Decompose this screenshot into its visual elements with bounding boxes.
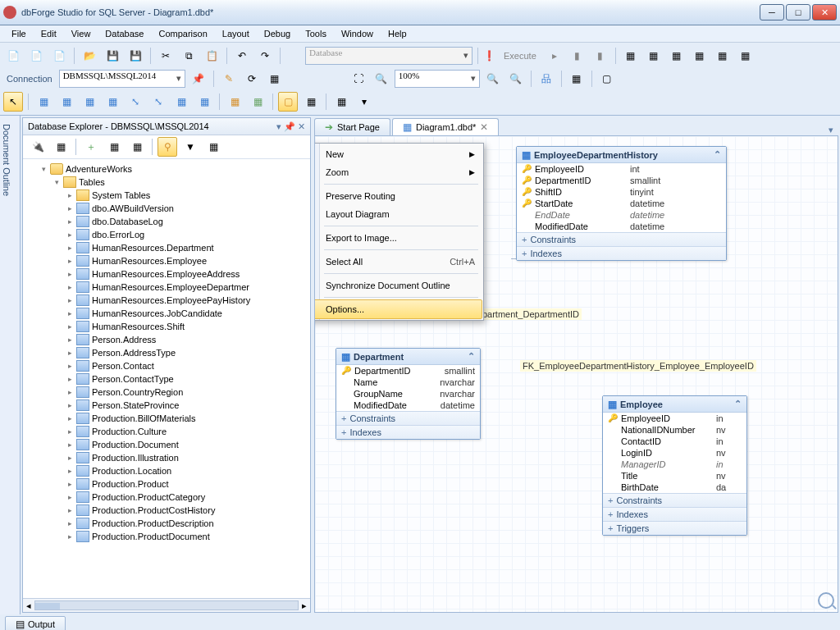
exp-d[interactable]: ▦ [203, 137, 223, 157]
debug-play-button[interactable]: ▸ [545, 46, 564, 66]
new-something-button[interactable]: 📄 [49, 46, 69, 66]
column-row[interactable]: 🔑EmployeeIDin [603, 413, 746, 424]
zoom-out-button[interactable]: 🔍 [506, 69, 526, 89]
diagram-canvas[interactable]: FK_EmployeeDepartmentHistory_Department_… [314, 135, 838, 613]
tree-table[interactable]: ▸HumanResources.Employee [23, 254, 310, 267]
entity-section[interactable]: +Indexes [336, 425, 480, 439]
ctx-sync-outline[interactable]: Synchronize Document Outline [314, 276, 482, 294]
collapse-icon[interactable]: ⌃ [714, 149, 721, 160]
explorer-dropdown-icon[interactable]: ▾ [276, 121, 281, 132]
conn-edit-button[interactable]: ✎ [219, 69, 239, 89]
column-row[interactable]: Titlenv [603, 470, 746, 482]
tree-table[interactable]: ▸dbo.DatabaseLog [23, 215, 310, 228]
tab-close-icon[interactable]: ✕ [480, 122, 488, 132]
tb-btn-f[interactable]: ▦ [690, 46, 710, 66]
column-row[interactable]: BirthDateda [603, 482, 746, 493]
tool-f[interactable]: ▦ [194, 92, 214, 112]
column-row[interactable]: ManagerIDin [603, 459, 746, 470]
zoom-fit-button[interactable]: ⛶ [349, 69, 368, 89]
paste-button[interactable]: 📋 [202, 46, 221, 66]
collapse-icon[interactable]: ⌃ [468, 351, 475, 362]
ctx-export-image[interactable]: Export to Image... [314, 229, 482, 247]
tree-table[interactable]: ▸Production.BillOfMaterials [23, 412, 310, 425]
tree-table[interactable]: ▸Production.ProductDocument [23, 530, 310, 543]
column-row[interactable]: 🔑DepartmentIDsmallint [517, 175, 726, 186]
tree-table[interactable]: ▸dbo.AWBuildVersion [23, 202, 310, 215]
tool-i[interactable]: ▾ [354, 92, 374, 112]
column-row[interactable]: 🔑StartDatedatetime [517, 198, 726, 209]
menu-file[interactable]: File [5, 27, 33, 40]
menu-database[interactable]: Database [98, 27, 150, 40]
tool-g[interactable]: ▦ [301, 92, 321, 112]
minimize-button[interactable]: ─ [760, 4, 784, 21]
entity-section[interactable]: +Triggers [603, 521, 746, 535]
tb-btn-g[interactable]: ▦ [713, 46, 733, 66]
tabs-overflow-icon[interactable]: ▾ [824, 125, 838, 135]
tree-table[interactable]: ▸Production.Culture [23, 425, 310, 438]
tab-start-page[interactable]: ➔ Start Page [314, 118, 390, 135]
tool-image[interactable]: ▦ [248, 92, 267, 112]
tb-btn-c[interactable]: ▦ [621, 46, 641, 66]
tb-btn-e[interactable]: ▦ [667, 46, 687, 66]
cut-button[interactable]: ✂ [156, 46, 176, 66]
tree-database[interactable]: ▾AdventureWorks [23, 162, 310, 176]
conn-remove-button[interactable]: ▦ [265, 69, 285, 89]
menu-window[interactable]: Window [335, 27, 380, 40]
explorer-scrollbar[interactable]: ◂▸ [23, 598, 310, 612]
tree-table[interactable]: ▸Person.CountryRegion [23, 386, 310, 399]
exp-new-button[interactable]: ▦ [51, 137, 71, 157]
tree-table[interactable]: ▸HumanResources.Department [23, 241, 310, 254]
close-button[interactable]: ✕ [812, 4, 837, 21]
column-row[interactable]: ModifiedDatedatetime [336, 399, 480, 411]
zoom-in-button[interactable]: 🔍 [483, 69, 503, 89]
redo-button[interactable]: ↷ [255, 46, 275, 66]
copy-button[interactable]: ⧉ [179, 46, 199, 66]
explorer-close-icon[interactable]: ✕ [298, 121, 305, 132]
menu-edit[interactable]: Edit [34, 27, 63, 40]
tool-d[interactable]: ⤡ [148, 92, 168, 112]
tool-new-table[interactable]: ▦ [34, 92, 53, 112]
tool-relation[interactable]: ⤡ [126, 92, 145, 112]
menu-comparison[interactable]: Comparison [152, 27, 213, 40]
entity-section[interactable]: +Indexes [517, 246, 726, 260]
connection-selector[interactable]: DBMSSQL\MSSQL2014 [59, 70, 185, 88]
maximize-button[interactable]: □ [786, 4, 810, 21]
column-row[interactable]: ModifiedDatedatetime [517, 221, 726, 232]
tool-c[interactable]: ▦ [103, 92, 122, 112]
tree-table[interactable]: ▸HumanResources.Shift [23, 320, 310, 333]
menu-debug[interactable]: Debug [258, 27, 297, 40]
column-row[interactable]: EndDatedatetime [517, 209, 726, 221]
tb-btn-a[interactable]: ▮ [568, 46, 587, 66]
tree-table[interactable]: ▸Production.Document [23, 438, 310, 451]
menu-help[interactable]: Help [381, 27, 413, 40]
tree-tables-folder[interactable]: ▾Tables [23, 176, 310, 189]
layout-tree-button[interactable]: 品 [536, 69, 556, 89]
pointer-tool-button[interactable]: ↖ [3, 92, 23, 112]
tree-table[interactable]: ▸Production.ProductCostHistory [23, 504, 310, 517]
new-sql-button[interactable]: 📄 [3, 46, 23, 66]
tool-h[interactable]: ▦ [331, 92, 351, 112]
menu-view[interactable]: View [65, 27, 98, 40]
collapse-icon[interactable]: ⌃ [734, 399, 742, 409]
entity-section[interactable]: +Constraints [603, 493, 746, 507]
ctx-preserve-routing[interactable]: ⤡Preserve Routing [314, 187, 482, 205]
column-row[interactable]: 🔑ShiftIDtinyint [517, 186, 726, 198]
tree-folder[interactable]: ▸System Tables [23, 189, 310, 202]
entity-employeedepartmenthistory[interactable]: ▦EmployeeDepartmentHistory⌃🔑EmployeeIDin… [516, 146, 727, 261]
column-row[interactable]: Namenvarchar [336, 377, 480, 388]
conn-refresh-button[interactable]: ⟳ [242, 69, 262, 89]
tree-table[interactable]: ▸Production.ProductDescription [23, 517, 310, 530]
tb-btn-d[interactable]: ▦ [644, 46, 664, 66]
tree-table[interactable]: ▸dbo.ErrorLog [23, 228, 310, 241]
tool-a[interactable]: ▦ [57, 92, 76, 112]
column-row[interactable]: LoginIDnv [603, 447, 746, 459]
new-query-button[interactable]: 📄 [26, 46, 46, 66]
column-row[interactable]: NationalIDNumbernv [603, 424, 746, 436]
tree-table[interactable]: ▸Production.Illustration [23, 451, 310, 464]
conn-pin-button[interactable]: 📌 [189, 69, 208, 89]
output-tab[interactable]: ▤ Output [5, 616, 66, 630]
tool-container[interactable]: ▢ [278, 92, 298, 112]
entity-employee[interactable]: ▦Employee⌃🔑EmployeeIDinNationalIDNumbern… [602, 395, 747, 536]
ctx-options[interactable]: ▤Options... [314, 299, 482, 319]
exp-connect-button[interactable]: 🔌 [28, 137, 48, 157]
